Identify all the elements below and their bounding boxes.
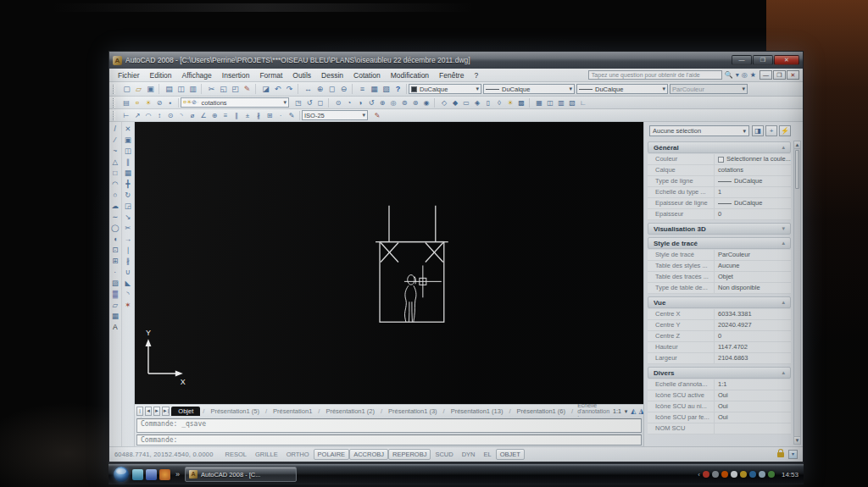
dim-continue-icon[interactable]: ∥ xyxy=(231,111,242,120)
toggle-grille[interactable]: GRILLE xyxy=(251,449,282,460)
view-left-icon[interactable]: ▭ xyxy=(461,98,471,108)
ucs-tool-icon[interactable]: ∟ xyxy=(578,98,588,108)
chevron-down-icon[interactable]: ▾ xyxy=(736,70,739,80)
match-properties-icon[interactable]: ✎ xyxy=(242,84,253,94)
scale-icon[interactable]: ◲ xyxy=(122,201,133,212)
toggle-polaire[interactable]: POLAIRE xyxy=(314,449,350,460)
walk-icon[interactable]: ⊚ xyxy=(399,98,409,108)
menu-fenetre[interactable]: Fenêtre xyxy=(434,69,469,82)
cut-icon[interactable]: ✂ xyxy=(206,84,217,94)
menu-format[interactable]: Format xyxy=(254,69,287,82)
maximize-button[interactable]: ❐ xyxy=(753,55,773,65)
hatch-icon[interactable]: ▨ xyxy=(109,278,120,289)
plot-icon[interactable]: ▤ xyxy=(164,84,175,94)
menu-dessin[interactable]: Dessin xyxy=(316,69,348,82)
dim-tolerance-icon[interactable]: ⊞ xyxy=(264,111,275,120)
toggle-dyn[interactable]: DYN xyxy=(458,449,480,460)
tab-next-button[interactable]: ► xyxy=(153,407,160,416)
tray-icon[interactable] xyxy=(712,471,719,478)
motion-path-icon[interactable]: ◉ xyxy=(421,98,431,108)
rotate-icon[interactable]: ↻ xyxy=(122,190,133,201)
orbit-icon[interactable]: ◑ xyxy=(355,98,365,108)
command-history-line[interactable]: Commande: _qsave xyxy=(136,418,642,433)
tab-first-button[interactable]: |◄ xyxy=(136,407,143,416)
toggle-resol[interactable]: RESOL xyxy=(221,449,251,460)
dim-angular-icon[interactable]: ∠ xyxy=(198,111,209,120)
open-icon[interactable]: ▱ xyxy=(133,84,144,94)
menu-modification[interactable]: Modification xyxy=(386,69,434,82)
taskbar-clock[interactable]: 14:53 xyxy=(782,471,798,479)
section-general[interactable]: Général▴ xyxy=(648,141,791,153)
array-icon[interactable]: ▦ xyxy=(122,168,133,179)
show-desktop-icon[interactable] xyxy=(132,469,143,480)
insert-block-icon[interactable]: ⊡ xyxy=(109,245,120,256)
tray-icon[interactable] xyxy=(740,471,747,478)
layer-properties-icon[interactable]: ▤ xyxy=(121,98,131,108)
tab-prev-button[interactable]: ◄ xyxy=(145,407,152,416)
construction-line-icon[interactable]: ⁄ xyxy=(109,135,120,146)
menu-insertion[interactable]: Insertion xyxy=(217,69,255,82)
layer-lock-icon[interactable]: ⊘ xyxy=(154,98,164,108)
zoom-realtime-icon[interactable]: ⊕ xyxy=(314,84,326,94)
menu-affichage[interactable]: Affichage xyxy=(177,69,217,82)
annotation-scale-value[interactable]: 1:1 xyxy=(613,408,621,414)
pickadd-toggle-icon[interactable]: ◨ xyxy=(752,125,764,136)
make-block-icon[interactable]: ⊞ xyxy=(109,256,120,267)
toolbar-grip[interactable] xyxy=(113,111,115,120)
named-views-icon[interactable]: ▦ xyxy=(534,98,544,108)
minimize-button[interactable]: — xyxy=(732,55,752,65)
zoom-orbit-icon[interactable]: ◔ xyxy=(344,98,354,108)
block-editor-icon[interactable]: ◪ xyxy=(260,84,271,94)
toggle-el[interactable]: EL xyxy=(480,449,496,460)
arc-icon[interactable]: ◠ xyxy=(109,179,120,190)
tray-icon[interactable] xyxy=(768,471,775,478)
scroll-up-icon[interactable]: ▲ xyxy=(794,141,800,149)
designcenter-icon[interactable]: ▦ xyxy=(369,84,380,94)
dim-arc-length-icon[interactable]: ◠ xyxy=(143,111,153,120)
polyline-icon[interactable]: ~ xyxy=(109,146,120,157)
rectangle-icon[interactable]: □ xyxy=(109,168,120,179)
copy-icon[interactable]: ◱ xyxy=(218,84,229,94)
menu-cotation[interactable]: Cotation xyxy=(348,69,386,82)
circle-icon[interactable]: ○ xyxy=(109,190,120,201)
plot-preview-icon[interactable]: ◫ xyxy=(175,84,186,94)
favorites-star-icon[interactable]: ★ xyxy=(750,70,756,80)
trim-icon[interactable]: ✂ xyxy=(122,223,133,234)
sun-icon[interactable]: ☀ xyxy=(143,98,153,108)
break-at-point-icon[interactable]: ∣ xyxy=(122,245,133,256)
fly-icon[interactable]: ⊛ xyxy=(410,98,420,108)
sheet-icon[interactable]: ▥ xyxy=(556,98,566,108)
plotstyle-dropdown[interactable]: ParCouleur ▾ xyxy=(670,84,748,94)
dim-update-icon[interactable]: ✎ xyxy=(372,111,382,120)
tray-icon[interactable] xyxy=(703,471,709,478)
command-input-line[interactable]: Commande: xyxy=(136,434,642,445)
quick-select-icon[interactable]: ⚡ xyxy=(779,125,791,136)
chevron-down-icon[interactable]: ▾ xyxy=(625,408,628,415)
scrollbar-thumb[interactable] xyxy=(795,150,799,189)
toolbar-lock-icon[interactable] xyxy=(777,452,784,457)
switch-windows-icon[interactable] xyxy=(146,469,157,480)
dim-ordinate-icon[interactable]: ↕ xyxy=(154,111,164,120)
revcloud-icon[interactable]: ☁ xyxy=(109,201,120,212)
ellipse-arc-icon[interactable]: ◖ xyxy=(109,234,120,245)
annotation-visible-icon[interactable]: ◭ xyxy=(631,407,636,415)
menu-outils[interactable]: Outils xyxy=(287,69,316,82)
layer-states-icon[interactable]: ◻ xyxy=(315,98,326,108)
chamfer-icon[interactable]: ◣ xyxy=(122,278,133,289)
lineweight-dropdown[interactable]: DuCalque ▾ xyxy=(576,84,668,94)
tray-icon[interactable] xyxy=(721,471,728,478)
polygon-icon[interactable]: △ xyxy=(109,157,120,168)
undo-icon[interactable]: ↶ xyxy=(272,84,283,94)
toggle-accrobj[interactable]: ACCROBJ xyxy=(349,449,388,460)
dim-quick-icon[interactable]: ⊕ xyxy=(209,111,220,120)
doc-close-button[interactable]: ✕ xyxy=(787,70,799,80)
communication-center-icon[interactable]: ◎ xyxy=(742,70,748,80)
paste-icon[interactable]: ◰ xyxy=(230,84,241,94)
ellipse-icon[interactable]: ◯ xyxy=(109,223,120,234)
zoom-window-icon[interactable]: ◻ xyxy=(326,84,337,94)
move-icon[interactable]: ╋ xyxy=(122,179,133,190)
dim-diameter-icon[interactable]: ø xyxy=(187,111,198,120)
dim-linear-icon[interactable]: ⊢ xyxy=(121,111,131,120)
join-icon[interactable]: ∪ xyxy=(122,267,133,278)
materials-icon[interactable]: ▩ xyxy=(516,98,526,108)
